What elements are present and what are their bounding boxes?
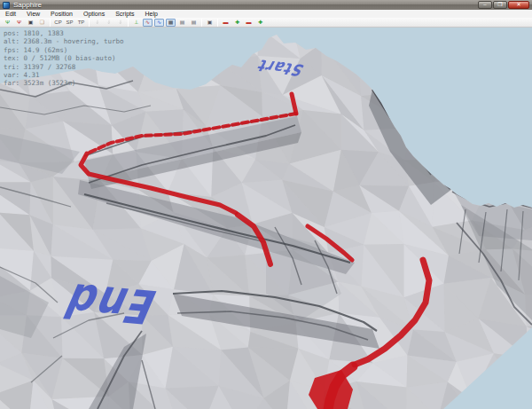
minimize-button[interactable]: – (478, 1, 492, 9)
menu-item-help[interactable]: Help (140, 10, 163, 18)
toolbar-separator (50, 19, 51, 27)
preset-sp-icon[interactable]: SP (65, 19, 74, 27)
detail-inc-icon[interactable]: ✚ (255, 19, 265, 27)
app-icon (3, 2, 10, 9)
detail-dec-icon[interactable]: ▬ (244, 19, 254, 27)
app-window: Sapphire –❐✕ EditViewPositionOptionsScri… (0, 0, 532, 409)
close-button[interactable]: ✕ (508, 1, 529, 9)
graph-red-icon[interactable]: ∿ (143, 19, 153, 27)
import-terrain-icon[interactable]: ▣ (26, 19, 35, 27)
menu-item-options[interactable]: Options (78, 10, 110, 18)
title-bar[interactable]: Sapphire –❐✕ (0, 0, 532, 10)
maximize-button[interactable]: ❐ (493, 1, 507, 9)
preset-tp-icon[interactable]: TP (76, 19, 86, 27)
terrain-viewport[interactable]: pos: 1810, 1383alt: 2368.3m - hovering, … (0, 28, 532, 409)
hud-line: fps: 14.9 (62ms) (4, 46, 123, 54)
toolbar-separator (217, 19, 218, 27)
toolbar-separator (201, 19, 202, 27)
stats-fps-icon[interactable]: ▦ (166, 19, 176, 27)
toolbar-separator (89, 19, 90, 27)
hud-line: far: 3523m (3523m) (4, 79, 123, 87)
window-title: Sapphire (13, 1, 42, 10)
window-controls: –❐✕ (478, 1, 529, 9)
stats-tex-icon[interactable]: ▤ (177, 19, 187, 27)
hud-line: tri: 31397 / 32768 (4, 63, 123, 71)
debug-hud: pos: 1810, 1383alt: 2368.3m - hovering, … (4, 29, 123, 88)
new-file-icon[interactable]: ❏ (37, 19, 47, 27)
hud-line: var: 4.31 (4, 71, 123, 79)
preset-cp-icon[interactable]: CP (53, 19, 63, 27)
graph-blue-icon[interactable]: ∿ (154, 19, 164, 27)
menu-item-edit[interactable]: Edit (0, 10, 21, 18)
menu-bar: EditViewPositionOptionsScriptsHelp (0, 10, 532, 18)
marker-green-icon[interactable]: Ψ (3, 19, 12, 27)
terrain-mode-icon[interactable]: ⊥ (131, 19, 141, 27)
hud-line: pos: 1810, 1383 (4, 29, 123, 37)
hud-line: tex: 0 / 512MB (0 bias-auto) (4, 54, 123, 62)
toolbar: ΨΨ▣❏CPSPTP⇓⇓⇓⊥∿∿▦▤▤▣▬✚▬✚ (0, 18, 532, 28)
clip-inc-icon[interactable]: ✚ (232, 19, 242, 27)
download-slot3-icon: ⇓ (115, 19, 125, 27)
stats-tri-icon[interactable]: ▤ (189, 19, 199, 27)
toolbar-separator (128, 19, 129, 27)
download-slot1-icon: ⇓ (92, 19, 102, 27)
menu-item-position[interactable]: Position (45, 10, 78, 18)
marker-red-icon[interactable]: Ψ (14, 19, 24, 27)
layout-grid-icon[interactable]: ▣ (205, 19, 215, 27)
menu-item-scripts[interactable]: Scripts (110, 10, 139, 18)
hud-line: alt: 2368.3m - hovering, turbo (4, 37, 123, 45)
menu-item-view[interactable]: View (21, 10, 45, 18)
download-slot2-icon: ⇓ (104, 19, 113, 27)
clip-dec-icon[interactable]: ▬ (221, 19, 231, 27)
